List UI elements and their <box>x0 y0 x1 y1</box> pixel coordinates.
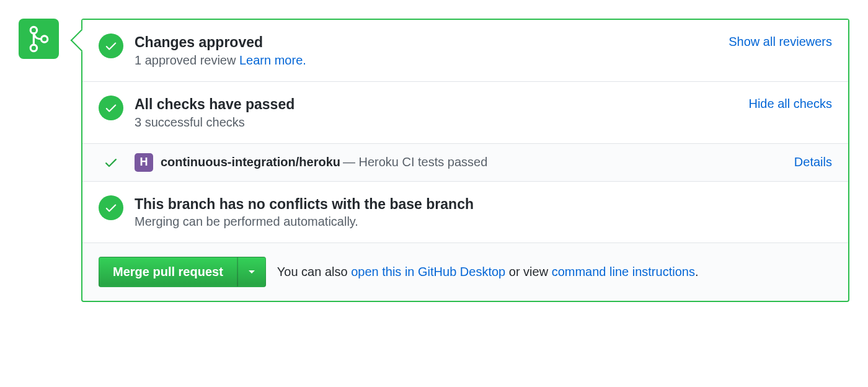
approval-heading: Changes approved <box>135 33 728 51</box>
check-icon <box>99 96 123 120</box>
check-icon <box>99 195 123 220</box>
show-reviewers-link[interactable]: Show all reviewers <box>728 35 832 49</box>
checks-section: All checks have passed 3 successful chec… <box>82 82 848 144</box>
check-details-link[interactable]: Details <box>794 155 832 169</box>
approval-subtext: 1 approved review Learn more. <box>135 53 728 68</box>
conflicts-heading: This branch has no conflicts with the ba… <box>135 195 832 213</box>
merge-button-group: Merge pull request <box>99 257 266 287</box>
check-success-icon <box>99 155 123 170</box>
merge-hint-text: You can also open this in GitHub Desktop… <box>277 265 699 279</box>
learn-more-link[interactable]: Learn more. <box>239 53 306 67</box>
merge-status-box: Changes approved 1 approved review Learn… <box>81 19 849 302</box>
check-message: — Heroku CI tests passed <box>343 155 487 169</box>
checks-subtext: 3 successful checks <box>135 115 748 130</box>
merge-footer: Merge pull request You can also open thi… <box>82 243 848 301</box>
check-name: continuous-integration/heroku <box>161 155 340 169</box>
approval-count-text: 1 approved review <box>135 53 236 67</box>
merge-options-dropdown[interactable] <box>237 257 266 287</box>
open-desktop-link[interactable]: open this in GitHub Desktop <box>351 265 505 278</box>
hide-checks-link[interactable]: Hide all checks <box>748 97 832 111</box>
merge-pull-request-button[interactable]: Merge pull request <box>99 257 237 287</box>
conflicts-subtext: Merging can be performed automatically. <box>135 215 832 229</box>
conflicts-section: This branch has no conflicts with the ba… <box>82 182 848 244</box>
command-line-link[interactable]: command line instructions <box>552 265 695 278</box>
heroku-app-icon: H <box>135 153 153 172</box>
check-text: continuous-integration/heroku — Heroku C… <box>161 155 487 169</box>
git-merge-icon <box>19 19 59 59</box>
approval-section: Changes approved 1 approved review Learn… <box>82 20 848 82</box>
check-icon <box>99 33 123 58</box>
chevron-down-icon <box>248 270 255 275</box>
checks-heading: All checks have passed <box>135 96 748 113</box>
check-item-row: H continuous-integration/heroku — Heroku… <box>82 144 848 182</box>
